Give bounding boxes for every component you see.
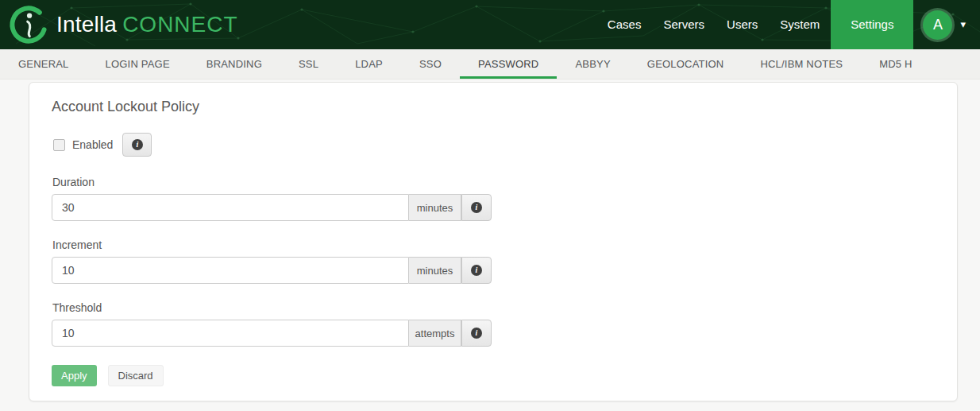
enabled-label[interactable]: Enabled	[72, 138, 113, 151]
app-header: Intella CONNECT Cases Servers Users Syst…	[0, 0, 980, 49]
tab-ssl[interactable]: SSL	[280, 49, 337, 79]
brand: Intella CONNECT	[0, 0, 238, 49]
increment-unit-addon: minutes	[409, 257, 461, 284]
info-icon: i	[471, 328, 482, 339]
discard-button[interactable]: Discard	[108, 365, 164, 386]
settings-tab-bar: GENERAL LOGIN PAGE BRANDING SSL LDAP SSO…	[0, 49, 980, 79]
apply-button[interactable]: Apply	[52, 365, 97, 386]
chevron-down-icon[interactable]: ▾	[960, 0, 966, 49]
brand-word-intella: Intella	[56, 12, 117, 37]
duration-info-button[interactable]: i	[461, 194, 492, 221]
increment-label: Increment	[52, 238, 935, 251]
threshold-unit-addon: attempts	[409, 320, 461, 347]
duration-unit-addon: minutes	[409, 194, 461, 221]
info-icon: i	[471, 265, 482, 276]
tab-abbyy[interactable]: ABBYY	[557, 49, 628, 79]
threshold-input-group: attempts i	[52, 320, 492, 347]
info-icon: i	[132, 139, 143, 150]
page-title: Account Lockout Policy	[52, 99, 935, 115]
tab-login-page[interactable]: LOGIN PAGE	[87, 49, 188, 79]
account-lockout-policy-card: Account Lockout Policy Enabled i Duratio…	[29, 82, 958, 401]
increment-info-button[interactable]: i	[461, 257, 492, 284]
tab-ldap[interactable]: LDAP	[337, 49, 401, 79]
increment-field: Increment minutes i	[52, 238, 935, 284]
increment-input[interactable]	[52, 257, 409, 284]
enabled-info-button[interactable]: i	[122, 133, 152, 157]
threshold-label: Threshold	[52, 301, 935, 314]
info-icon: i	[471, 202, 482, 213]
threshold-input[interactable]	[52, 320, 409, 347]
tab-md5-hash[interactable]: MD5 H	[861, 49, 930, 79]
intella-logo-icon	[8, 4, 49, 45]
duration-input-group: minutes i	[52, 194, 492, 221]
nav-item-cases[interactable]: Cases	[596, 0, 653, 49]
avatar[interactable]: A	[923, 10, 952, 40]
increment-input-group: minutes i	[52, 257, 492, 284]
brand-word-connect: CONNECT	[122, 12, 237, 37]
tab-password[interactable]: PASSWORD	[460, 49, 557, 79]
tab-general[interactable]: GENERAL	[0, 49, 87, 79]
enabled-checkbox[interactable]	[53, 139, 65, 151]
threshold-field: Threshold attempts i	[52, 301, 935, 347]
tab-geolocation[interactable]: GEOLOCATION	[629, 49, 743, 79]
tab-sso[interactable]: SSO	[401, 49, 460, 79]
duration-field: Duration minutes i	[52, 176, 935, 221]
user-menu: A ▾	[913, 0, 980, 49]
duration-label: Duration	[52, 176, 935, 188]
nav-item-servers[interactable]: Servers	[652, 0, 716, 49]
nav-item-users[interactable]: Users	[716, 0, 769, 49]
tab-branding[interactable]: BRANDING	[188, 49, 280, 79]
tab-hcl-ibm-notes[interactable]: HCL/IBM NOTES	[742, 49, 861, 79]
enabled-row: Enabled i	[53, 133, 935, 157]
form-actions: Apply Discard	[52, 365, 935, 386]
content-area: Account Lockout Policy Enabled i Duratio…	[0, 79, 980, 411]
duration-input[interactable]	[52, 194, 409, 221]
nav-item-system[interactable]: System	[769, 0, 831, 49]
nav-item-settings[interactable]: Settings	[831, 0, 913, 49]
threshold-info-button[interactable]: i	[461, 320, 492, 347]
main-nav: Cases Servers Users System Settings A ▾	[596, 0, 980, 49]
